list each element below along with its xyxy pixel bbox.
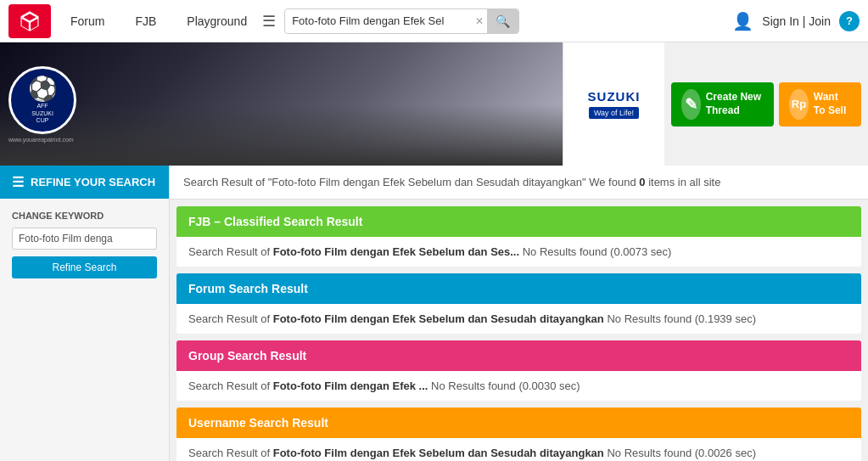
rp-icon: Rp [792,98,806,110]
fjb-body-bold: Foto-foto Film dengan Efek Sebelum dan S… [273,245,519,258]
search-input[interactable] [285,10,472,31]
nav-fjb[interactable]: FJB [128,10,163,32]
group-body-prefix: Search Result of [188,379,270,392]
fjb-result-section: FJB – Classified Search Result Search Re… [176,206,861,267]
refine-section: CHANGE KEYWORD Refine Search [0,199,169,290]
create-thread-label: Create New Thread [706,91,764,117]
group-body-suffix: No Results found (0.0030 sec) [431,379,580,392]
results-suffix-text: items in all site [648,176,720,188]
user-avatar-icon: 👤 [732,11,753,31]
sidebar-header: ☰ REFINE YOUR SEARCH [0,166,169,199]
top-navigation: Forum FJB Playground ☰ ✕ 🔍 👤 Sign In | J… [0,0,868,42]
aff-logo-circle: ⚽ AFF SUZUKI CUP [8,66,76,134]
group-result-section: Group Search Result Search Result of Fot… [176,340,861,401]
create-thread-icon: ✎ [681,89,701,120]
group-section-body: Search Result of Foto-foto Film dengan E… [176,371,861,401]
refine-search-label: REFINE YOUR SEARCH [31,176,155,188]
change-keyword-label: CHANGE KEYWORD [12,211,157,221]
forum-body-prefix: Search Result of [188,312,270,325]
results-area: Search Result of "Foto-foto Film dengan … [170,166,868,461]
username-section-header: Username Search Result [176,408,861,438]
search-submit-button[interactable]: 🔍 [487,9,518,33]
banner-background: ⚽ AFF SUZUKI CUP www.youareapatriot.com [0,42,563,166]
site-logo[interactable] [8,4,51,38]
sponsor-tagline: Way of Life! [589,107,639,119]
fjb-body-prefix: Search Result of [188,245,270,258]
nav-links: Forum FJB Playground [64,10,254,32]
banner-image: ⚽ AFF SUZUKI CUP www.youareapatriot.com [0,42,563,166]
sponsor-area: SUZUKI Way of Life! [563,42,664,166]
keyword-input[interactable] [12,228,157,250]
forum-body-bold: Foto-foto Film dengan Efek Sebelum dan S… [273,312,604,325]
group-section-header: Group Search Result [176,340,861,371]
create-thread-button[interactable]: ✎ Create New Thread [671,82,774,126]
forum-section-body: Search Result of Foto-foto Film dengan E… [176,304,861,334]
username-result-section: Username Search Result Search Result of … [176,408,861,461]
results-prefix-text: Search Result of "Foto-foto Film dengan … [183,176,636,188]
action-buttons-area: ✎ Create New Thread Rp Want To Sell [664,42,868,166]
soccer-ball-icon: ⚽ [28,75,58,103]
right-nav: 👤 Sign In | Join ? [732,11,860,31]
group-body-bold: Foto-foto Film dengan Efek ... [273,379,428,392]
search-clear-button[interactable]: ✕ [472,15,487,27]
username-body-suffix: No Results found (0.0026 sec) [607,447,756,459]
fjb-section-header: FJB – Classified Search Result [176,206,861,237]
want-to-sell-button[interactable]: Rp Want To Sell [779,82,861,126]
banner-logo-area: ⚽ AFF SUZUKI CUP www.youareapatriot.com [8,66,76,143]
username-body-bold: Foto-foto Film dengan Efek Sebelum dan S… [273,447,604,459]
nav-playground[interactable]: Playground [180,10,254,32]
forum-body-suffix: No Results found (0.1939 sec) [607,312,756,325]
pencil-icon: ✎ [685,95,697,114]
fjb-section-body: Search Result of Foto-foto Film dengan E… [176,237,861,267]
sponsor-name: SUZUKI [588,89,641,104]
logo-icon [18,9,42,33]
nav-forum[interactable]: Forum [64,10,111,32]
main-content: ☰ REFINE YOUR SEARCH CHANGE KEYWORD Refi… [0,166,868,461]
banner-logo-text: AFF SUZUKI CUP [31,103,53,124]
username-body-prefix: Search Result of [188,447,270,459]
help-button[interactable]: ? [839,11,860,31]
action-row: ✎ Create New Thread Rp Want To Sell [671,82,861,126]
forum-result-section: Forum Search Result Search Result of Fot… [176,273,861,334]
refine-search-button[interactable]: Refine Search [12,256,157,278]
sign-in-link[interactable]: Sign In | Join [762,14,831,28]
banner-website-text: www.youareapatriot.com [8,137,76,143]
sell-icon-circle: Rp [789,89,809,120]
want-to-sell-label: Want To Sell [814,91,851,117]
sidebar: ☰ REFINE YOUR SEARCH CHANGE KEYWORD Refi… [0,166,170,461]
banner-area: ⚽ AFF SUZUKI CUP www.youareapatriot.com … [0,42,868,166]
results-count: 0 [639,176,645,188]
banner-road-overlay [0,104,563,166]
fjb-body-suffix: No Results found (0.0073 sec) [523,245,672,258]
forum-section-header: Forum Search Result [176,273,861,304]
hamburger-menu[interactable]: ☰ [262,12,276,31]
search-box: ✕ 🔍 [284,8,519,34]
results-header: Search Result of "Foto-foto Film dengan … [170,166,868,200]
sidebar-hamburger-icon[interactable]: ☰ [12,174,24,190]
username-section-body: Search Result of Foto-foto Film dengan E… [176,438,861,461]
